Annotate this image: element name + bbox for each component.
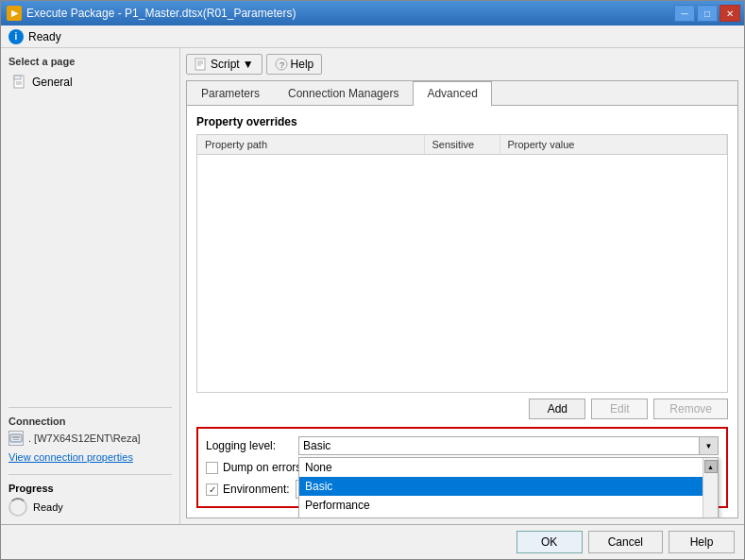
script-label: Script [211,58,240,71]
property-body [197,155,727,306]
main-content: Select a page General Connection [1,48,744,524]
connection-section: Connection . [W7X64S12ENT\Reza] View con… [8,407,172,463]
progress-section: Progress Ready [8,474,172,517]
logging-select-wrapper: Basic ▼ None Basic [298,436,719,455]
toolbar: Script ▼ ? Help [186,54,738,75]
dump-checkbox-wrapper: Dump on errors [206,461,301,474]
logging-level-label: Logging level: [206,439,291,452]
env-checkbox-wrapper: Environment: [206,483,290,496]
status-text: Ready [28,30,61,43]
content-area: Script ▼ ? Help Parameters [180,48,744,524]
dump-label: Dump on errors [223,461,301,474]
property-header: Property path Sensitive Property value [197,135,727,155]
progress-status: Ready [33,501,63,513]
app-icon: ▶ [7,6,22,21]
edit-button[interactable]: Edit [591,399,648,419]
title-bar: ▶ Execute Package - P1_Master.dtsx(R01_P… [1,1,744,25]
svg-rect-5 [12,436,20,438]
window-title: Execute Package - P1_Master.dtsx(R01_Par… [26,7,296,20]
dropdown-item-basic[interactable]: Basic [299,477,718,496]
close-button[interactable]: ✕ [720,5,740,22]
cancel-button[interactable]: Cancel [588,531,663,553]
sidebar-item-label: General [32,76,73,89]
dropdown-item-verbose[interactable]: Verbose [299,515,718,518]
help-button[interactable]: ? Help [266,54,323,75]
dump-checkbox[interactable] [206,462,218,474]
progress-title: Progress [8,483,172,494]
dropdown-scrollbar: ▲ ▼ [703,458,718,518]
logging-selected-value: Basic [303,439,330,452]
maximize-button[interactable]: □ [697,5,718,22]
tabs: Parameters Connection Managers Advanced [187,81,737,106]
svg-rect-6 [13,439,19,440]
environment-checkbox[interactable] [206,484,218,496]
col-property-path: Property path [197,135,425,154]
help-label: Help [291,58,314,71]
sidebar: Select a page General Connection [1,48,180,524]
script-icon [195,58,208,71]
environment-label: Environment: [223,483,290,496]
info-icon: i [8,29,24,44]
tab-advanced-content: Property overrides Property path Sensiti… [187,106,737,518]
title-buttons: ─ □ ✕ [674,5,740,22]
tab-advanced[interactable]: Advanced [413,81,491,106]
progress-item: Ready [8,498,172,517]
tab-parameters[interactable]: Parameters [187,81,274,105]
remove-button[interactable]: Remove [653,399,728,419]
logging-row: Logging level: Basic ▼ None [206,436,719,455]
property-table: Property path Sensitive Property value [196,134,728,393]
scrollbar-up[interactable]: ▲ [704,460,718,473]
add-button[interactable]: Add [529,399,585,419]
connection-icon [8,431,24,446]
dropdown-item-none[interactable]: None [299,458,718,477]
svg-text:?: ? [279,60,284,70]
connection-item: . [W7X64S12ENT\Reza] [8,431,172,446]
col-sensitive: Sensitive [425,135,500,154]
action-buttons: Add Edit Remove [196,399,728,419]
main-window: ▶ Execute Package - P1_Master.dtsx(R01_P… [0,0,745,560]
help-icon: ? [275,58,288,71]
status-bar: i Ready [1,25,744,48]
page-icon [12,75,27,90]
ok-button[interactable]: OK [516,531,583,553]
tab-container: Parameters Connection Managers Advanced … [186,80,738,518]
script-button[interactable]: Script ▼ [186,54,262,75]
dropdown-item-performance[interactable]: Performance [299,496,718,515]
view-connection-properties-link[interactable]: View connection properties [8,451,172,463]
progress-spinner [8,498,27,517]
sidebar-item-general[interactable]: General [8,73,172,92]
tab-connection-managers[interactable]: Connection Managers [274,81,413,105]
connection-label: . [W7X64S12ENT\Reza] [28,433,141,444]
script-dropdown-arrow: ▼ [243,58,254,71]
logging-dropdown-arrow: ▼ [699,437,718,454]
property-overrides-title: Property overrides [196,115,728,128]
sidebar-section-title: Select a page [8,56,172,67]
bottom-options: Logging level: Basic ▼ None [196,427,728,508]
svg-rect-7 [195,59,205,70]
col-property-value: Property value [500,135,728,154]
bottom-bar: OK Cancel Help [1,524,744,559]
connection-title: Connection [8,416,172,427]
svg-rect-1 [14,76,21,79]
logging-select-display[interactable]: Basic ▼ [298,436,719,455]
help-bottom-button[interactable]: Help [669,531,735,553]
logging-dropdown: None Basic Performance Ver [298,457,719,518]
minimize-button[interactable]: ─ [674,5,695,22]
